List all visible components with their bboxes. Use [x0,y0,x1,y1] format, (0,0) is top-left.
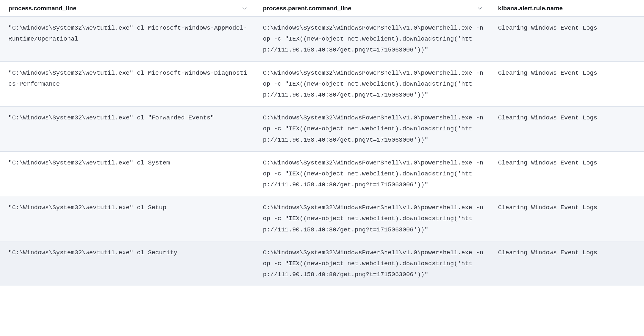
column-header-kibana-alert-rule-name[interactable]: kibana.alert.rule.name [490,0,644,17]
table-row[interactable]: "C:\Windows\System32\wevtutil.exe" cl Se… [0,196,644,241]
table-row[interactable]: "C:\Windows\System32\wevtutil.exe" cl Mi… [0,61,644,107]
cell-rule-name: Clearing Windows Event Logs [490,241,644,286]
cell-process-parent-command-line: C:\Windows\System32\WindowsPowerShell\v1… [255,61,490,107]
cell-rule-name: Clearing Windows Event Logs [490,107,644,152]
cell-process-parent-command-line: C:\Windows\System32\WindowsPowerShell\v1… [255,241,490,286]
cell-process-command-line: "C:\Windows\System32\wevtutil.exe" cl Sy… [0,151,255,196]
table-body: "C:\Windows\System32\wevtutil.exe" cl Mi… [0,17,644,286]
cell-process-parent-command-line: C:\Windows\System32\WindowsPowerShell\v1… [255,107,490,152]
cell-process-parent-command-line: C:\Windows\System32\WindowsPowerShell\v1… [255,17,490,62]
cell-process-command-line: "C:\Windows\System32\wevtutil.exe" cl "F… [0,107,255,152]
cell-process-command-line: "C:\Windows\System32\wevtutil.exe" cl Mi… [0,61,255,107]
table-header-row: process.command_line process.parent.comm… [0,0,644,17]
table-row[interactable]: "C:\Windows\System32\wevtutil.exe" cl Se… [0,241,644,286]
chevron-down-icon[interactable] [477,5,483,11]
column-header-label: process.parent.command_line [263,5,351,12]
chevron-down-icon[interactable] [242,5,247,11]
table-row[interactable]: "C:\Windows\System32\wevtutil.exe" cl "F… [0,107,644,152]
cell-process-parent-command-line: C:\Windows\System32\WindowsPowerShell\v1… [255,151,490,196]
cell-process-parent-command-line: C:\Windows\System32\WindowsPowerShell\v1… [255,196,490,241]
cell-process-command-line: "C:\Windows\System32\wevtutil.exe" cl Se… [0,241,255,286]
cell-rule-name: Clearing Windows Event Logs [490,151,644,196]
column-header-process-parent-command-line[interactable]: process.parent.command_line [255,0,490,17]
alert-table: process.command_line process.parent.comm… [0,0,644,286]
column-header-label: process.command_line [8,5,76,12]
table-row[interactable]: "C:\Windows\System32\wevtutil.exe" cl Mi… [0,17,644,62]
cell-process-command-line: "C:\Windows\System32\wevtutil.exe" cl Se… [0,196,255,241]
column-header-process-command-line[interactable]: process.command_line [0,0,255,17]
cell-process-command-line: "C:\Windows\System32\wevtutil.exe" cl Mi… [0,17,255,62]
cell-rule-name: Clearing Windows Event Logs [490,17,644,62]
cell-rule-name: Clearing Windows Event Logs [490,196,644,241]
cell-rule-name: Clearing Windows Event Logs [490,61,644,107]
column-header-label: kibana.alert.rule.name [498,5,563,12]
table-row[interactable]: "C:\Windows\System32\wevtutil.exe" cl Sy… [0,151,644,196]
